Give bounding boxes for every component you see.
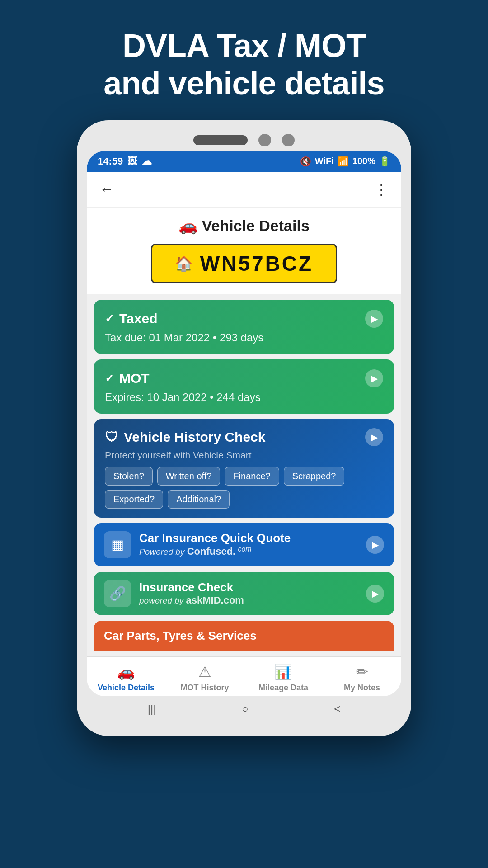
car-title-icon: 🚗 <box>178 217 197 234</box>
status-signal-icon: 📶 <box>338 156 349 167</box>
mot-card-title: ✓ MOT <box>105 371 150 386</box>
plate-number: WN57BCZ <box>200 251 313 276</box>
tax-card[interactable]: ✓ Taxed ▶ Tax due: 01 Mar 2022 • 293 day… <box>94 300 394 354</box>
status-battery-icon: 🔋 <box>379 156 390 167</box>
page-title-area: 🚗 Vehicle Details <box>87 208 401 239</box>
status-time: 14:59 <box>98 156 123 167</box>
insurance-check-subtitle: powered by askMID.com <box>139 594 358 606</box>
mot-check-icon: ✓ <box>105 372 114 385</box>
mot-card[interactable]: ✓ MOT ▶ Expires: 10 Jan 2022 • 244 days <box>94 359 394 414</box>
tax-card-subtitle: Tax due: 01 Mar 2022 • 293 days <box>105 331 383 344</box>
nav-mileage-icon: 📊 <box>274 663 292 680</box>
tax-card-title: ✓ Taxed <box>105 311 157 326</box>
status-wifi-icon: WiFi <box>315 156 334 166</box>
history-card-subtitle: Protect yourself with Vehicle Smart <box>105 450 383 461</box>
header-line2: and vehicle details <box>103 65 384 101</box>
title-text: Vehicle Details <box>202 217 310 234</box>
car-parts-card[interactable]: Car Parts, Tyres & Services <box>94 621 394 651</box>
plate-garage-icon: 🏠 <box>175 255 193 272</box>
insurance-quote-subtitle: Powered by Confused. com <box>139 545 358 557</box>
phone-frame: 14:59 🖼 ☁ 🔇 WiFi 📶 100% 🔋 ← ⋮ 🚗 Vehicle … <box>77 120 411 736</box>
phone-camera-2 <box>282 134 295 146</box>
plate-container: 🏠 WN57BCZ <box>87 239 401 294</box>
phone-notch <box>87 134 401 146</box>
insurance-quote-icon-box: ▦ <box>104 531 131 558</box>
nav-vehicle-icon: 🚗 <box>117 663 135 680</box>
nav-item-vehicle-details[interactable]: 🚗 Vehicle Details <box>87 663 165 693</box>
status-cloud-icon: ☁ <box>142 156 152 167</box>
tag-stolen[interactable]: Stolen? <box>105 467 153 486</box>
link-icon: 🔗 <box>109 585 126 601</box>
gesture-home: ○ <box>242 703 249 715</box>
nav-notes-icon: ✏ <box>356 663 368 680</box>
nav-item-mileage[interactable]: 📊 Mileage Data <box>244 663 323 693</box>
status-mute-icon: 🔇 <box>300 156 311 167</box>
nav-mot-label: MOT History <box>180 683 229 693</box>
phone-speaker <box>193 135 248 145</box>
status-photo-icon: 🖼 <box>127 156 137 167</box>
status-bar: 14:59 🖼 ☁ 🔇 WiFi 📶 100% 🔋 <box>87 151 401 172</box>
license-plate: 🏠 WN57BCZ <box>151 244 337 283</box>
phone-gesture-bar: ||| ○ < <box>87 696 401 718</box>
header-line1: DVLA Tax / MOT <box>122 28 366 64</box>
nav-mileage-label: Mileage Data <box>258 683 308 693</box>
insurance-quote-text: Car Insurance Quick Quote Powered by Con… <box>139 531 358 557</box>
insurance-check-arrow: ▶ <box>366 585 384 603</box>
tag-additional[interactable]: Additional? <box>168 490 230 509</box>
cards-area: ✓ Taxed ▶ Tax due: 01 Mar 2022 • 293 day… <box>87 294 401 656</box>
tag-exported[interactable]: Exported? <box>105 490 163 509</box>
nav-notes-label: My Notes <box>344 683 380 693</box>
insurance-quote-card[interactable]: ▦ Car Insurance Quick Quote Powered by C… <box>94 523 394 566</box>
tax-check-icon: ✓ <box>105 312 114 325</box>
mot-card-subtitle: Expires: 10 Jan 2022 • 244 days <box>105 391 383 404</box>
gesture-back: < <box>334 703 340 715</box>
tax-card-arrow: ▶ <box>365 310 383 328</box>
history-tags: Stolen? Written off? Finance? Scrapped? … <box>105 467 383 509</box>
insurance-check-card[interactable]: 🔗 Insurance Check powered by askMID.com … <box>94 572 394 615</box>
insurance-check-text: Insurance Check powered by askMID.com <box>139 580 358 606</box>
calculator-icon: ▦ <box>111 537 124 552</box>
shield-icon: 🛡 <box>105 429 118 445</box>
history-card[interactable]: 🛡 Vehicle History Check ▶ Protect yourse… <box>94 419 394 518</box>
insurance-check-title: Insurance Check <box>139 580 358 594</box>
app-header: ← ⋮ <box>87 172 401 208</box>
mot-card-arrow: ▶ <box>365 369 383 387</box>
history-card-title: 🛡 Vehicle History Check <box>105 429 265 445</box>
nav-item-notes[interactable]: ✏ My Notes <box>323 663 401 693</box>
gesture-lines: ||| <box>148 703 156 715</box>
tag-scrapped[interactable]: Scrapped? <box>284 467 345 486</box>
page-header: DVLA Tax / MOT and vehicle details <box>76 0 411 120</box>
history-card-arrow: ▶ <box>365 428 383 446</box>
phone-camera-1 <box>258 134 271 146</box>
nav-item-mot-history[interactable]: ⚠ MOT History <box>165 663 244 693</box>
share-button[interactable]: ⋮ <box>374 181 389 198</box>
nav-vehicle-label: Vehicle Details <box>98 683 155 693</box>
tag-finance[interactable]: Finance? <box>225 467 279 486</box>
insurance-check-icon-box: 🔗 <box>104 580 131 607</box>
nav-mot-icon: ⚠ <box>198 663 211 680</box>
car-parts-title: Car Parts, Tyres & Services <box>104 629 257 642</box>
back-button[interactable]: ← <box>99 181 114 198</box>
status-battery: 100% <box>352 156 375 166</box>
phone-screen: 14:59 🖼 ☁ 🔇 WiFi 📶 100% 🔋 ← ⋮ 🚗 Vehicle … <box>87 151 401 696</box>
tag-written-off[interactable]: Written off? <box>157 467 221 486</box>
insurance-quote-arrow: ▶ <box>366 536 384 554</box>
insurance-quote-title: Car Insurance Quick Quote <box>139 531 358 545</box>
bottom-nav: 🚗 Vehicle Details ⚠ MOT History 📊 Mileag… <box>87 656 401 696</box>
page-title: 🚗 Vehicle Details <box>96 217 392 235</box>
